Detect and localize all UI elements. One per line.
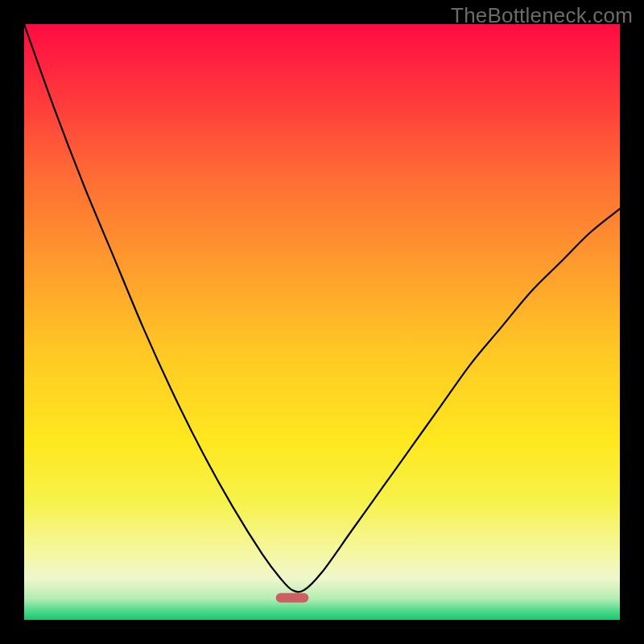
bottleneck-marker: [276, 593, 309, 603]
chart-svg: [24, 24, 620, 620]
svg-rect-0: [276, 593, 309, 603]
chart-plot-area: [24, 24, 620, 620]
chart-background: [24, 24, 620, 620]
chart-frame: TheBottleneck.com: [0, 0, 644, 644]
